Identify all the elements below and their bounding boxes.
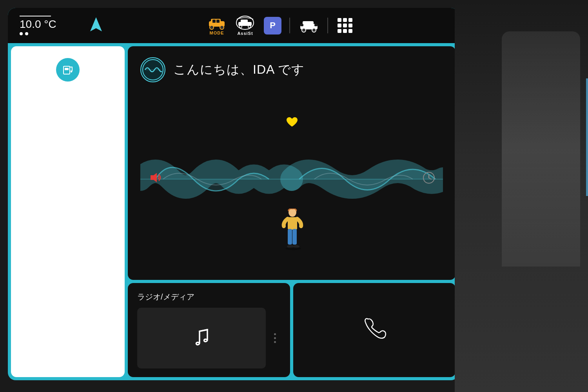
svg-rect-17 [314,24,318,26]
car-icon-button[interactable] [298,17,319,34]
svg-rect-16 [300,24,303,26]
bottom-panels-row: ラジオ/メディア [128,283,456,377]
ida-assistant-panel[interactable]: こんにちは、IDA です [128,46,456,280]
radio-media-panel[interactable]: ラジオ/メディア [128,283,290,377]
heart-icon [286,116,298,130]
dots-menu[interactable] [269,308,281,368]
svg-point-14 [302,28,306,32]
phone-icon [363,316,386,344]
menu-dot-3 [274,341,276,343]
ida-header: こんにちは、IDA です [140,57,443,82]
camera-background [455,0,588,392]
left-side-panel [11,46,125,377]
svg-marker-24 [151,173,157,182]
navigation-arrow-icon[interactable] [90,17,102,34]
parking-button[interactable]: P [264,17,281,34]
temp-line-decoration [20,16,51,16]
svg-point-15 [312,28,316,32]
temperature-display: 10.0 °C [20,16,74,35]
svg-point-3 [210,25,214,29]
svg-marker-0 [90,17,102,31]
svg-rect-13 [303,21,314,26]
dot1 [20,32,23,35]
svg-rect-19 [65,68,69,70]
temperature-value: 10.0 °C [20,18,74,31]
svg-line-28 [429,178,431,180]
radio-media-title: ラジオ/メディア [137,292,281,302]
sound-wave-svg [140,148,443,211]
music-tile[interactable] [137,308,266,368]
menu-dot-2 [274,337,276,339]
divider-1 [289,18,290,33]
svg-rect-32 [292,229,297,245]
svg-rect-6 [216,20,220,23]
menu-dot-1 [274,333,276,335]
svg-point-10 [240,25,242,28]
main-content-area: こんにちは、IDA です [8,43,459,380]
grid-menu-button[interactable] [336,17,354,34]
ida-greeting-text: こんにちは、IDA です [173,61,305,78]
svg-rect-9 [241,20,248,24]
right-panels-container: こんにちは、IDA です [128,46,456,377]
ida-figure [276,209,307,257]
ida-wave-area [140,89,443,269]
car-infotainment-screen: 10.0 °C [8,8,459,380]
svg-line-36 [200,330,207,331]
phone-panel[interactable] [293,283,456,377]
screen-edge-glow [586,78,588,196]
svg-point-20 [71,71,72,73]
mode-button[interactable]: MODE [207,16,227,35]
assist-label: AssiSt [237,31,253,36]
clock-icon [423,172,435,187]
ida-avatar [140,57,165,82]
mode-label: MODE [210,31,224,35]
top-icons-group: MODE AssiSt P [114,15,447,36]
temp-dots [20,32,28,35]
dot2 [25,32,28,35]
assist-button[interactable]: AssiSt [234,15,256,36]
top-navigation-bar: 10.0 °C [8,8,459,43]
svg-point-35 [285,247,301,250]
svg-rect-31 [288,229,292,245]
fuel-station-icon[interactable] [56,58,80,82]
radio-bottom-area [137,308,281,368]
svg-rect-5 [212,20,216,23]
svg-point-4 [220,25,224,29]
speaker-icon[interactable] [148,171,162,188]
parking-label: P [270,20,276,31]
divider-2 [327,18,328,33]
seat-silhouette [502,31,580,267]
svg-point-11 [248,25,250,28]
grid-icon [338,18,352,33]
